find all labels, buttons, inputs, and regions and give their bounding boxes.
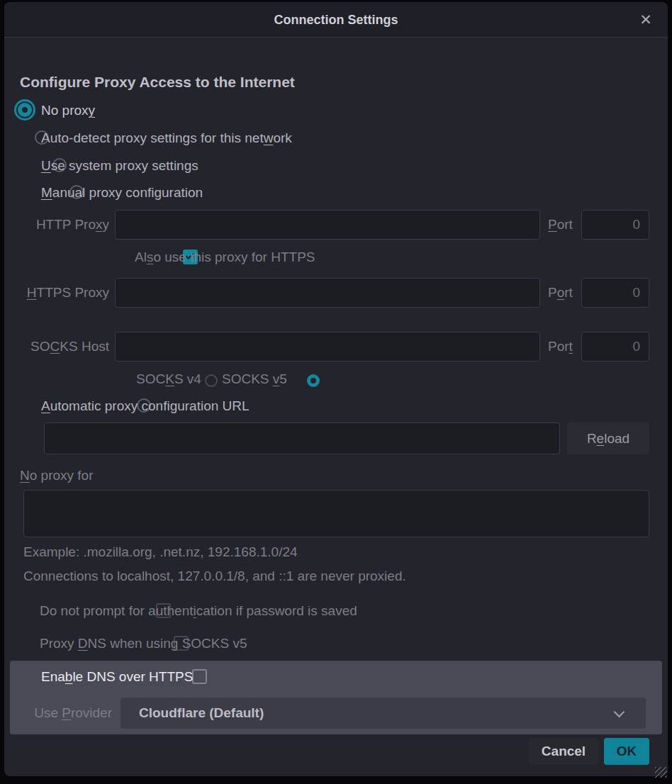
no-auth-prompt-label[interactable]: Do not prompt for authentication if pass… [40, 603, 357, 619]
proxy-dns-socks5-label[interactable]: Proxy DNS when using SOCKS v5 [40, 636, 247, 651]
socks-host-input[interactable] [115, 332, 540, 362]
titlebar: Connection Settings ✕ [4, 2, 668, 38]
radio-socks-v5-label[interactable]: SOCKS v5 [222, 371, 287, 387]
radio-auto-url-label[interactable]: Automatic proxy configuration URL [41, 398, 250, 414]
socks-port-label: Port [548, 332, 573, 362]
enable-doh-label[interactable]: Enable DNS over HTTPS [41, 669, 193, 685]
no-proxy-for-label: No proxy for [20, 468, 94, 483]
chevron-down-icon [614, 707, 625, 718]
cancel-button[interactable]: Cancel [529, 738, 598, 765]
provider-select[interactable]: Cloudflare (Default) [121, 698, 646, 729]
page-title: Configure Proxy Access to the Internet [20, 74, 295, 91]
use-provider-label: Use Provider [20, 698, 112, 729]
radio-inner-dot [22, 107, 28, 113]
radio-no-proxy-label[interactable]: No proxy [41, 103, 95, 118]
http-port-input[interactable] [581, 210, 649, 240]
reload-button[interactable]: Reload [567, 422, 649, 454]
http-port-label: Port [548, 210, 573, 240]
radio-socks-v4-label[interactable]: SOCKS v4 [136, 371, 201, 387]
radio-system-proxy-label[interactable]: Use system proxy settings [41, 158, 198, 174]
socks-host-label: SOCKS Host [14, 332, 109, 362]
radio-inner-dot [310, 378, 316, 383]
https-port-label: Port [548, 278, 573, 308]
https-proxy-input[interactable] [115, 278, 540, 308]
ok-button[interactable]: OK [604, 738, 649, 765]
radio-manual-proxy-label[interactable]: Manual proxy configuration [41, 185, 203, 201]
socks-port-input[interactable] [581, 332, 649, 362]
http-proxy-input[interactable] [115, 210, 540, 240]
resize-grip[interactable] [655, 767, 667, 778]
radio-no-proxy[interactable] [18, 103, 32, 117]
radio-auto-detect-label[interactable]: Auto-detect proxy settings for this netw… [41, 130, 292, 146]
provider-selected-value: Cloudflare (Default) [139, 698, 264, 729]
close-icon[interactable]: ✕ [634, 8, 658, 32]
no-proxy-example-text: Example: .mozilla.org, .net.nz, 192.168.… [23, 544, 298, 560]
dialog-title: Connection Settings [4, 2, 668, 38]
also-https-label[interactable]: Also use this proxy for HTTPS [135, 250, 315, 265]
enable-doh-checkbox[interactable] [192, 669, 207, 684]
no-proxy-for-textarea[interactable] [23, 490, 649, 537]
auto-url-input[interactable] [44, 422, 560, 454]
connection-settings-dialog: Connection Settings ✕ Configure Proxy Ac… [0, 0, 672, 784]
localhost-note-text: Connections to localhost, 127.0.0.1/8, a… [23, 569, 406, 584]
radio-socks-v5[interactable] [307, 374, 320, 387]
https-proxy-label: HTTPS Proxy [14, 278, 109, 308]
http-proxy-label: HTTP Proxy [14, 210, 109, 240]
https-port-input[interactable] [581, 278, 649, 308]
